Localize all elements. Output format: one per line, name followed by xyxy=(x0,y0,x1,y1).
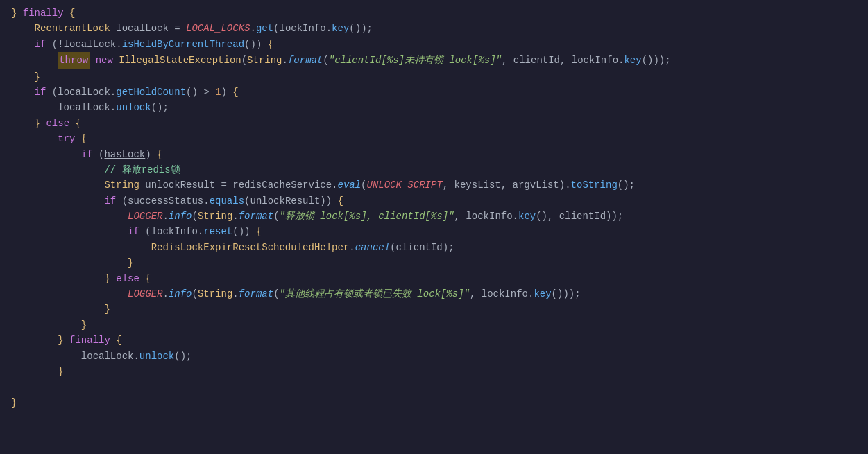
space: unlockResult = redisCacheService. xyxy=(139,177,338,193)
comment-release-redis: // 释放redis锁 xyxy=(104,162,180,177)
method-info: info xyxy=(169,209,192,224)
empty xyxy=(11,379,17,394)
code-line: } xyxy=(0,69,868,85)
keyword-finally2: finally xyxy=(69,333,110,348)
method-cancel: cancel xyxy=(355,240,390,255)
dot: . xyxy=(232,286,238,302)
bracket: { xyxy=(75,116,80,131)
dot: . xyxy=(162,286,168,302)
code-line xyxy=(0,379,868,394)
space xyxy=(90,53,95,68)
method-equals: equals xyxy=(210,193,244,209)
space xyxy=(40,116,46,131)
paren: ())); xyxy=(552,286,581,302)
space: localLock = xyxy=(110,21,186,36)
space: ( xyxy=(93,147,105,162)
code-line: throw new IllegalStateException ( String… xyxy=(0,52,868,69)
bracket: { xyxy=(232,85,238,100)
paren: ( xyxy=(273,209,279,224)
method-format3: format xyxy=(239,286,273,302)
indent xyxy=(11,271,104,286)
method-key3: key xyxy=(518,209,536,224)
paren: ) xyxy=(221,85,233,100)
indent xyxy=(11,240,151,255)
indent xyxy=(11,364,58,379)
space xyxy=(75,131,80,146)
bracket: } xyxy=(128,255,133,270)
keyword-if5: if xyxy=(128,224,139,239)
indent xyxy=(11,116,35,131)
paren-close: ())); xyxy=(642,53,671,68)
code-line: RedisLockExpirResetScheduledHelper . can… xyxy=(0,240,868,255)
code: localLock. xyxy=(81,349,139,364)
code-line: try { xyxy=(0,131,868,146)
paren: ()) xyxy=(232,224,256,239)
code-line: } finally { xyxy=(0,6,868,21)
code: localLock. xyxy=(58,100,116,115)
bracket: } xyxy=(104,271,110,286)
indent xyxy=(11,162,104,177)
code-line: // 释放redis锁 xyxy=(0,162,868,177)
code-line: if (successStatus. equals (unlockResult)… xyxy=(0,193,868,209)
indent xyxy=(11,37,35,52)
type-string: String xyxy=(247,53,282,68)
indent xyxy=(11,317,81,333)
comma: , lockInfo. xyxy=(470,286,534,302)
indent xyxy=(11,100,58,115)
paren: (clientId); xyxy=(390,240,454,255)
method-format: format xyxy=(288,53,323,68)
code-editor: } finally { ReentrantLock localLock = LO… xyxy=(0,0,868,454)
indent xyxy=(11,333,58,348)
keyword-if2: if xyxy=(35,85,46,100)
paren: ( xyxy=(273,286,279,302)
space: (localLock. xyxy=(46,85,116,100)
constant-unlock-script: UNLOCK_SCRIPT xyxy=(367,177,443,193)
space xyxy=(139,271,145,286)
code-line: LOGGER . info ( String . format ( "释放锁 l… xyxy=(0,209,868,224)
method-unlock: unlock xyxy=(116,100,151,115)
space xyxy=(110,271,116,286)
bracket: { xyxy=(256,224,262,239)
space xyxy=(64,6,69,21)
dot: . xyxy=(282,53,288,68)
keyword-finally: finally xyxy=(23,6,64,21)
code-line: } else { xyxy=(0,271,868,286)
indent xyxy=(11,21,35,36)
indent xyxy=(11,53,58,68)
bracket: { xyxy=(145,271,151,286)
keyword-if4: if xyxy=(104,193,116,209)
type-reentrantlock: ReentrantLock xyxy=(35,21,110,36)
bracket: { xyxy=(338,193,343,209)
type-helper: RedisLockExpirResetScheduledHelper xyxy=(151,240,350,255)
bracket: } xyxy=(11,395,17,410)
code-line: } else { xyxy=(0,116,868,131)
type-string3: String xyxy=(198,209,232,224)
code-line: if (localLock. getHoldCount () > 1 ) { xyxy=(0,85,868,100)
code-line: LOGGER . info ( String . format ( "其他线程占… xyxy=(0,286,868,302)
method-isheld: isHeldByCurrentThread xyxy=(122,37,244,52)
comma: , clientId, lockInfo. xyxy=(502,53,624,68)
keyword-else2: else xyxy=(116,271,139,286)
paren: ()) xyxy=(244,37,268,52)
indent xyxy=(11,69,35,85)
dot: . xyxy=(162,209,168,224)
type-exception: IllegalStateException xyxy=(119,53,241,68)
code-line: localLock. unlock (); xyxy=(0,100,868,115)
method-eval: eval xyxy=(338,177,361,193)
space xyxy=(113,53,119,68)
paren: ( xyxy=(361,177,366,193)
constant-logger: LOGGER xyxy=(128,209,162,224)
keyword-else: else xyxy=(46,116,69,131)
code-line: ReentrantLock localLock = LOCAL_LOCKS . … xyxy=(0,21,868,36)
comma: , lockInfo. xyxy=(454,209,518,224)
keyword-throw-highlighted: throw xyxy=(58,52,90,69)
string-client-lock: "clientId[%s]未持有锁 lock[%s]" xyxy=(329,53,502,68)
dot: . xyxy=(232,209,238,224)
code-line: } xyxy=(0,302,868,317)
bracket: } xyxy=(81,317,87,333)
constant-logger2: LOGGER xyxy=(128,286,162,302)
code-line: localLock. unlock (); xyxy=(0,349,868,364)
string-other-thread: "其他线程占有锁或者锁已失效 lock[%s]" xyxy=(280,286,470,302)
indent xyxy=(11,147,81,162)
method-get: get xyxy=(256,21,273,36)
